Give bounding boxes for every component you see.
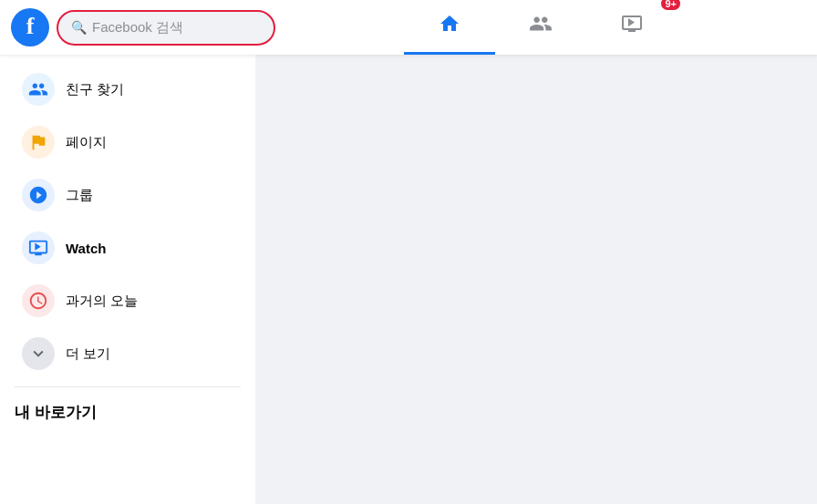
sidebar-item-pages[interactable]: 페이지: [7, 117, 248, 168]
feed-content: [255, 55, 817, 504]
header-left: f 🔍 Facebook 검색: [11, 8, 275, 46]
nav-friends[interactable]: [495, 0, 586, 55]
sidebar-friends-label: 친구 찾기: [66, 81, 124, 98]
search-placeholder-text: Facebook 검색: [92, 19, 183, 36]
friends-sidebar-icon: [22, 73, 55, 106]
sidebar-more-label: 더 보기: [66, 345, 110, 363]
sidebar-item-groups[interactable]: 그룹: [7, 170, 248, 221]
sidebar-watch-label: Watch: [66, 241, 106, 256]
home-icon: [439, 13, 460, 40]
sidebar-item-friends[interactable]: 친구 찾기: [7, 64, 248, 115]
sidebar-item-watch[interactable]: Watch: [7, 222, 248, 273]
sidebar-divider: [15, 386, 241, 387]
sidebar-pages-label: 페이지: [66, 134, 107, 151]
search-icon: 🔍: [71, 20, 87, 35]
more-sidebar-icon: [22, 337, 55, 370]
memories-sidebar-icon: [22, 284, 55, 317]
facebook-logo-letter: f: [26, 13, 35, 40]
friends-icon: [529, 12, 553, 41]
pages-sidebar-icon: [22, 126, 55, 159]
shortcuts-section-title: 내 바로가기: [0, 395, 255, 427]
nav-watch[interactable]: 9+: [586, 0, 677, 55]
watch-nav-icon: [621, 13, 643, 40]
groups-sidebar-icon: [22, 179, 55, 211]
sidebar-item-memories[interactable]: 과거의 오늘: [7, 275, 248, 326]
facebook-logo[interactable]: f: [11, 8, 49, 46]
sidebar-memories-label: 과거의 오늘: [66, 293, 138, 310]
nav-home[interactable]: [404, 0, 495, 55]
watch-badge: 9+: [661, 0, 680, 10]
header: f 🔍 Facebook 검색: [0, 0, 817, 55]
sidebar-groups-label: 그룹: [66, 187, 93, 204]
sidebar: 친구 찾기 페이지 그룹 Watch: [0, 55, 255, 504]
search-box[interactable]: 🔍 Facebook 검색: [57, 10, 275, 46]
main-content: 친구 찾기 페이지 그룹 Watch: [0, 55, 817, 504]
watch-sidebar-icon: [22, 231, 55, 264]
header-nav: 9+: [275, 0, 806, 55]
sidebar-item-more[interactable]: 더 보기: [7, 328, 248, 379]
